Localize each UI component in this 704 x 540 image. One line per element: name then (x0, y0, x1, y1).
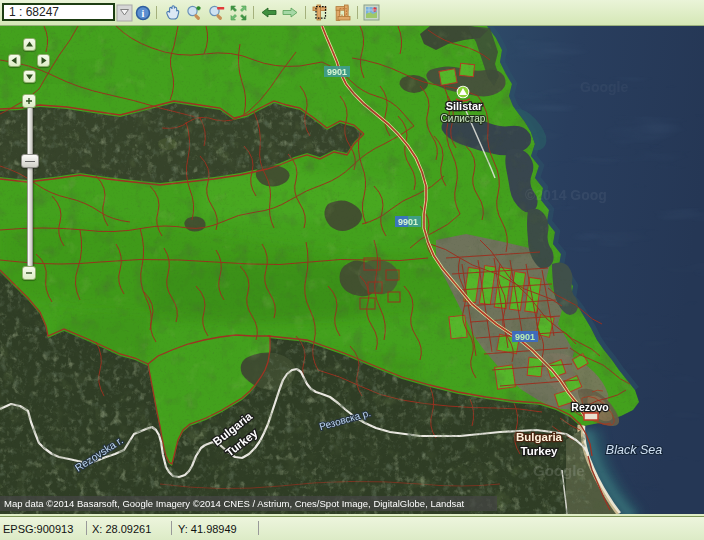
svg-text:i: i (142, 8, 145, 19)
svg-text:9901: 9901 (515, 332, 535, 342)
svg-text:Rezovo: Rezovo (571, 401, 608, 413)
svg-text:Силистар: Силистар (441, 113, 486, 124)
svg-text:Google: Google (533, 462, 585, 479)
svg-text:9901: 9901 (398, 217, 418, 227)
svg-text:Silistar: Silistar (446, 100, 483, 112)
svg-text:Black Sea: Black Sea (606, 443, 662, 457)
svg-text:©2014 Goog: ©2014 Goog (525, 187, 607, 203)
svg-text:Turkey: Turkey (521, 445, 558, 457)
svg-text:Bulgaria: Bulgaria (516, 431, 563, 443)
svg-text:9901: 9901 (327, 67, 347, 77)
svg-text:Google: Google (580, 79, 628, 95)
